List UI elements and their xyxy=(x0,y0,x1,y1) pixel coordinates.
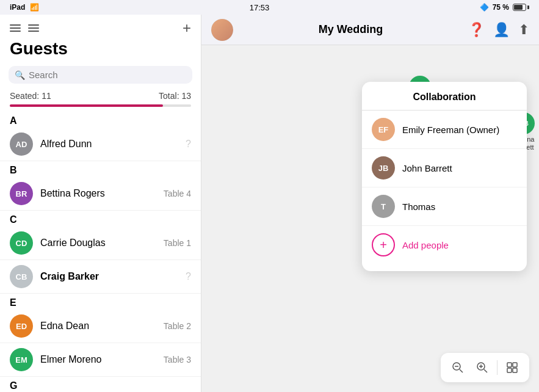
guest-name: Craig Barker xyxy=(40,271,178,282)
guest-table-right: Table 4 xyxy=(164,189,191,198)
list-item[interactable]: BRBettina RogersTable 4 xyxy=(0,177,201,211)
table-view-button[interactable] xyxy=(502,358,522,377)
top-bar: My Wedding ❓ 👤 ⬆ xyxy=(201,15,539,45)
add-people-button[interactable]: + Add people xyxy=(362,226,527,264)
wifi-icon: 📶 xyxy=(30,3,39,12)
top-bar-left xyxy=(211,19,233,41)
list-item[interactable]: EDEdna DeanTable 2 xyxy=(0,310,201,343)
zoom-in-button[interactable] xyxy=(472,358,492,377)
add-guest-button[interactable]: + xyxy=(183,20,191,37)
collab-name: Thomas xyxy=(402,201,435,212)
guest-table-right: Table 1 xyxy=(164,238,191,248)
seated-count: Seated: 11 xyxy=(10,91,51,101)
guest-avatar: BR xyxy=(10,182,33,205)
section-header-A: A xyxy=(0,112,201,128)
section-header-G: G xyxy=(0,377,201,392)
zoom-out-button[interactable] xyxy=(448,358,468,377)
share-icon[interactable]: ⬆ xyxy=(518,22,529,38)
section-header-B: B xyxy=(0,161,201,177)
collab-avatar: JB xyxy=(372,156,395,180)
guest-table-right: Table 2 xyxy=(164,321,191,331)
top-bar-actions: ❓ 👤 ⬆ xyxy=(468,22,529,38)
guest-avatar: CB xyxy=(10,265,33,288)
list-item[interactable]: EMElmer MorenoTable 3 xyxy=(0,343,201,377)
help-icon[interactable]: ❓ xyxy=(468,22,485,38)
collab-member[interactable]: JBJohn Barrett xyxy=(362,149,527,187)
avatar[interactable] xyxy=(211,19,233,41)
section-header-E: E xyxy=(0,294,201,310)
guest-name: Alfred Dunn xyxy=(40,139,178,150)
list-icon[interactable] xyxy=(28,24,39,32)
bottom-toolbar xyxy=(441,353,529,382)
list-item[interactable]: ADAlfred Dunn? xyxy=(0,128,201,161)
guest-list: AADAlfred Dunn?BBRBettina RogersTable 4C… xyxy=(0,112,201,392)
status-left: iPad 📶 xyxy=(10,3,39,12)
guest-avatar: CD xyxy=(10,231,33,255)
stats-row: Seated: 11 Total: 13 xyxy=(0,89,201,103)
guest-name: Bettina Rogers xyxy=(40,188,156,199)
guest-unassigned: ? xyxy=(186,139,191,150)
guest-name: Carrie Douglas xyxy=(40,238,156,249)
toolbar-divider xyxy=(497,360,497,375)
svg-line-1 xyxy=(460,369,463,372)
page-title: Guests xyxy=(0,39,201,64)
collab-member[interactable]: TThomas xyxy=(362,187,527,226)
left-panel: + Guests 🔍 Seated: 11 Total: 13 AADAlfre… xyxy=(0,15,201,392)
header-left xyxy=(10,24,39,32)
list-item[interactable]: CBCraig Barker? xyxy=(0,260,201,294)
list-item[interactable]: CDCarrie DouglasTable 1 xyxy=(0,227,201,260)
collab-title: Collaboration xyxy=(362,89,527,111)
event-title: My Wedding xyxy=(233,23,468,36)
section-header-C: C xyxy=(0,211,201,227)
profile-icon[interactable]: 👤 xyxy=(493,22,510,38)
collab-avatar: T xyxy=(372,195,395,218)
add-people-label: Add people xyxy=(402,240,449,250)
search-icon: 🔍 xyxy=(15,70,25,80)
status-bar: iPad 📶 17:53 🔷 75 % xyxy=(0,0,539,15)
guest-name: Elmer Moreno xyxy=(40,354,156,365)
collaboration-panel: Collaboration EFEmily Freeman (Owner)JBJ… xyxy=(362,82,527,271)
progress-bar xyxy=(10,104,191,107)
search-input[interactable] xyxy=(29,70,186,80)
collab-member[interactable]: EFEmily Freeman (Owner) xyxy=(362,111,527,149)
status-right: 🔷 75 % xyxy=(480,3,529,12)
collab-name: John Barrett xyxy=(402,163,452,173)
svg-rect-8 xyxy=(513,363,517,367)
total-count: Total: 13 xyxy=(159,91,191,101)
guest-table-right: Table 3 xyxy=(164,355,191,365)
status-time: 17:53 xyxy=(250,3,270,12)
right-panel: My Wedding ❓ 👤 ⬆ Collaboration EFEmily F… xyxy=(201,15,539,392)
progress-fill xyxy=(10,104,163,107)
battery xyxy=(513,4,529,11)
bluetooth-icon: 🔷 xyxy=(480,3,489,12)
guest-name: Edna Dean xyxy=(40,321,156,332)
svg-rect-7 xyxy=(507,363,512,367)
guest-avatar: ED xyxy=(10,314,33,338)
add-people-icon: + xyxy=(372,233,395,256)
collab-name: Emily Freeman (Owner) xyxy=(402,125,499,135)
left-header: + xyxy=(0,15,201,39)
search-bar: 🔍 xyxy=(9,66,192,84)
guest-avatar: AD xyxy=(10,132,33,156)
menu-icon[interactable] xyxy=(10,24,21,32)
collab-avatar: EF xyxy=(372,118,395,141)
guest-avatar: EM xyxy=(10,348,33,371)
svg-line-4 xyxy=(484,369,487,372)
svg-rect-9 xyxy=(507,368,512,372)
device-label: iPad xyxy=(10,3,25,12)
svg-rect-10 xyxy=(513,368,517,372)
battery-label: 75 % xyxy=(493,3,509,12)
guest-unassigned: ? xyxy=(186,271,191,282)
seating-map: Collaboration EFEmily Freeman (Owner)JBJ… xyxy=(201,45,539,392)
app-container: + Guests 🔍 Seated: 11 Total: 13 AADAlfre… xyxy=(0,15,539,392)
